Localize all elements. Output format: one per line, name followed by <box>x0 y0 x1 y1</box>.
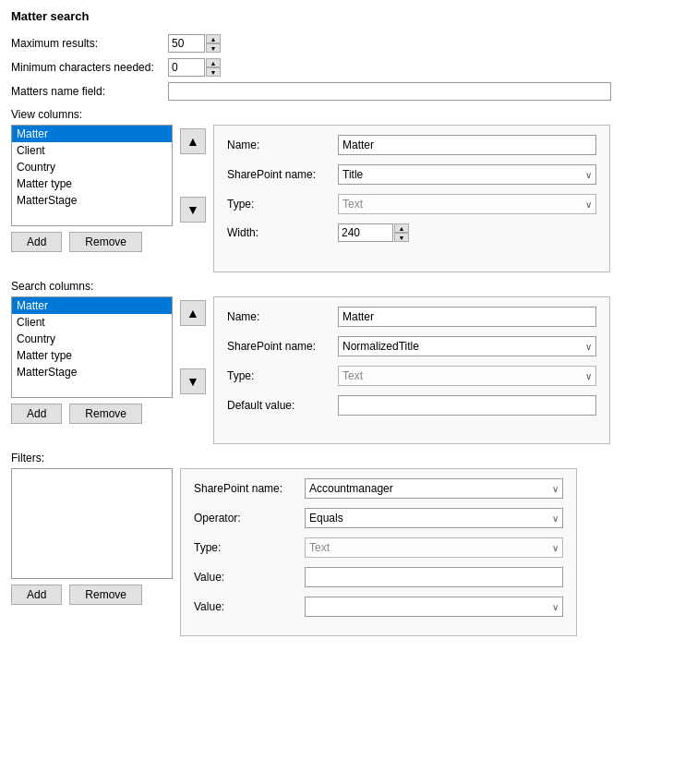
filters-operator-label: Operator: <box>194 512 305 525</box>
search-columns-item[interactable]: Country <box>12 331 172 347</box>
filters-value1-label: Value: <box>194 571 305 584</box>
search-default-value-label: Default value: <box>227 399 338 412</box>
search-columns-item[interactable]: Matter type <box>12 347 172 364</box>
filters-listbox[interactable] <box>11 468 173 579</box>
view-sharepoint-name-label: SharePoint name: <box>227 168 338 181</box>
filters-value2-select[interactable] <box>305 597 563 617</box>
search-columns-label: Search columns: <box>11 280 686 293</box>
search-type-select: Text <box>338 366 596 386</box>
min-chars-label: Minimum characters needed: <box>11 61 168 74</box>
view-columns-label: View columns: <box>11 108 686 121</box>
view-detail-panel: Name: SharePoint name: TitleNormalizedTi… <box>213 125 610 272</box>
view-columns-item[interactable]: MatterStage <box>12 192 172 209</box>
search-columns-remove-button[interactable]: Remove <box>69 404 142 424</box>
search-type-label: Type: <box>227 369 338 382</box>
view-width-input[interactable] <box>338 223 393 242</box>
search-columns-listbox[interactable]: MatterClientCountryMatter typeMatterStag… <box>11 296 173 398</box>
filters-operator-select[interactable]: EqualsContainsStartsWith <box>305 508 563 528</box>
search-sharepoint-name-label: SharePoint name: <box>227 340 338 353</box>
filters-type-select: Text <box>305 537 563 558</box>
min-chars-up-button[interactable]: ▲ <box>206 58 221 67</box>
view-columns-add-button[interactable]: Add <box>11 232 62 252</box>
filters-sharepoint-name-label: SharePoint name: <box>194 482 305 495</box>
search-columns-add-button[interactable]: Add <box>11 404 62 424</box>
view-columns-listbox[interactable]: MatterClientCountryMatter typeMatterStag… <box>11 125 173 226</box>
view-name-input[interactable] <box>338 135 596 155</box>
view-type-label: Type: <box>227 198 338 211</box>
view-columns-item[interactable]: Country <box>12 159 172 175</box>
filters-value2-label: Value: <box>194 600 305 613</box>
search-detail-panel: Name: SharePoint name: NormalizedTitleTi… <box>213 296 610 444</box>
filters-add-button[interactable]: Add <box>11 585 62 605</box>
search-columns-item[interactable]: Client <box>12 314 172 331</box>
view-type-select: Text <box>338 194 596 214</box>
filters-sharepoint-name-select[interactable]: AccountmanagerTitleNormalizedTitle <box>305 478 563 499</box>
view-columns-remove-button[interactable]: Remove <box>69 232 142 252</box>
view-columns-up-button[interactable]: ▲ <box>180 128 206 154</box>
matters-name-label: Matters name field: <box>11 85 168 98</box>
max-results-down-button[interactable]: ▼ <box>206 43 221 53</box>
search-default-value-input[interactable] <box>338 395 596 416</box>
max-results-input[interactable] <box>168 34 205 53</box>
view-width-down-button[interactable]: ▼ <box>394 233 409 242</box>
search-name-label: Name: <box>227 310 338 323</box>
search-columns-item[interactable]: Matter <box>12 297 172 314</box>
matters-name-input[interactable] <box>168 82 611 101</box>
filters-detail-panel: SharePoint name: AccountmanagerTitleNorm… <box>180 468 577 636</box>
search-columns-item[interactable]: MatterStage <box>12 364 172 380</box>
max-results-label: Maximum results: <box>11 37 168 50</box>
view-columns-item[interactable]: Client <box>12 142 172 159</box>
filters-type-label: Type: <box>194 541 305 554</box>
min-chars-down-button[interactable]: ▼ <box>206 67 221 77</box>
min-chars-input[interactable] <box>168 58 205 77</box>
view-columns-down-button[interactable]: ▼ <box>180 197 206 223</box>
search-name-input[interactable] <box>338 307 596 327</box>
page-title: Matter search <box>11 9 686 23</box>
search-sharepoint-name-select[interactable]: NormalizedTitleTitleAccountmanager <box>338 336 596 356</box>
search-columns-down-button[interactable]: ▼ <box>180 368 206 394</box>
view-width-label: Width: <box>227 226 338 239</box>
search-columns-up-button[interactable]: ▲ <box>180 300 206 326</box>
filters-remove-button[interactable]: Remove <box>69 585 142 605</box>
view-columns-item[interactable]: Matter <box>12 126 172 142</box>
view-name-label: Name: <box>227 139 338 151</box>
view-width-up-button[interactable]: ▲ <box>394 223 409 233</box>
view-sharepoint-name-select[interactable]: TitleNormalizedTitleAccountmanager <box>338 164 596 185</box>
view-columns-item[interactable]: Matter type <box>12 175 172 192</box>
filters-label: Filters: <box>11 452 686 464</box>
filters-value1-input[interactable] <box>305 567 563 587</box>
max-results-up-button[interactable]: ▲ <box>206 34 221 43</box>
